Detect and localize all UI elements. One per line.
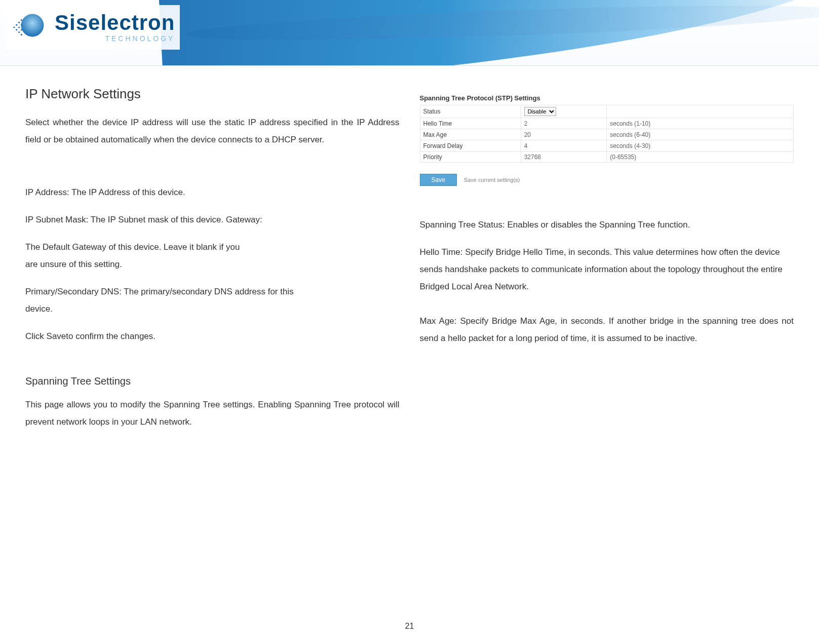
svg-point-8: [21, 29, 22, 30]
status-label: Status: [420, 105, 521, 118]
fwd-hint: seconds (4-30): [607, 140, 794, 151]
maxage-value: 20: [521, 129, 607, 140]
stp-status-def: Spanning Tree Status: Enables or disable…: [420, 216, 704, 234]
click-save-text: Click Saveto confirm the changes.: [25, 328, 400, 345]
brand-logo: Siselectron TECHNOLOGY: [5, 5, 180, 50]
svg-point-3: [16, 29, 17, 30]
hello-label: Hello Time: [420, 118, 521, 129]
stp-table: Status Disable Hello Time 2 seconds (1-1…: [420, 105, 794, 163]
save-button[interactable]: Save: [420, 174, 457, 186]
svg-point-0: [21, 14, 44, 37]
maxage-hint: seconds (6-40): [607, 129, 794, 140]
ip-subnet-def: IP Subnet Mask: The IP Subnet mask of th…: [25, 211, 400, 229]
hello-time-def: Hello Time: Specify Bridge Hello Time, i…: [420, 244, 794, 295]
header-banner: Siselectron TECHNOLOGY: [0, 0, 819, 66]
svg-point-9: [21, 19, 22, 21]
svg-point-5: [18, 26, 20, 28]
maxage-label: Max Age: [420, 129, 521, 140]
svg-point-6: [18, 31, 20, 33]
max-age-def: Max Age: Specify Bridge Max Age, in seco…: [420, 313, 794, 347]
heading-ip-network: IP Network Settings: [25, 86, 400, 102]
fwd-value: 4: [521, 140, 607, 151]
svg-point-7: [21, 24, 22, 26]
table-row: Status Disable: [420, 105, 794, 118]
hello-value: 2: [521, 118, 607, 129]
svg-point-10: [21, 34, 22, 35]
svg-point-4: [18, 22, 20, 23]
table-row: Priority 32768 (0-65535): [420, 151, 794, 163]
dns-def: Primary/Secondary DNS: The primary/secon…: [25, 283, 294, 318]
hello-hint: seconds (1-10): [607, 118, 794, 129]
stp-settings-panel: Spanning Tree Protocol (STP) Settings St…: [420, 94, 794, 186]
prio-hint: (0-65535): [607, 151, 794, 163]
left-column: IP Network Settings Select whether the d…: [25, 86, 400, 441]
table-row: Hello Time 2 seconds (1-10): [420, 118, 794, 129]
globe-dots-icon: [10, 7, 51, 48]
table-row: Forward Delay 4 seconds (4-30): [420, 140, 794, 151]
gateway-def: The Default Gateway of this device. Leav…: [25, 239, 243, 273]
page-number: 21: [0, 622, 819, 631]
heading-stp-settings: Spanning Tree Settings: [25, 375, 400, 387]
fwd-label: Forward Delay: [420, 140, 521, 151]
table-row: Max Age 20 seconds (6-40): [420, 129, 794, 140]
prio-label: Priority: [420, 151, 521, 163]
brand-name: Siselectron: [55, 12, 175, 33]
right-column: Spanning Tree Protocol (STP) Settings St…: [420, 86, 794, 441]
svg-point-2: [16, 24, 17, 26]
stp-intro-text: This page allows you to modify the Spann…: [25, 396, 400, 431]
prio-value: 32768: [521, 151, 607, 163]
ip-intro-text: Select whether the device IP address wil…: [25, 114, 400, 148]
brand-sub: TECHNOLOGY: [55, 34, 175, 43]
stp-panel-title: Spanning Tree Protocol (STP) Settings: [420, 94, 794, 102]
svg-point-1: [13, 26, 15, 28]
save-hint: Save current setting(s): [464, 177, 520, 183]
ip-address-def: IP Address: The IP Address of this devic…: [25, 184, 400, 201]
status-select[interactable]: Disable: [524, 107, 556, 116]
